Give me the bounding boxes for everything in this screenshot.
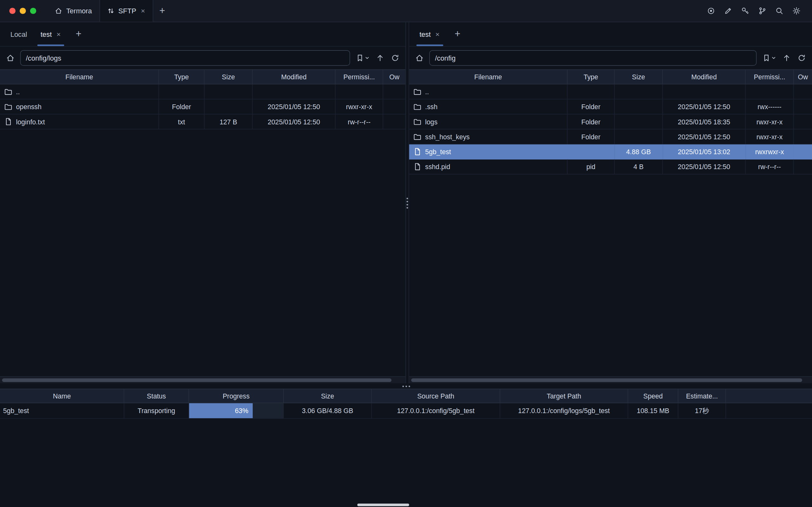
edit-button[interactable] — [724, 7, 732, 15]
column-header-estimate[interactable]: Estimate... — [679, 389, 726, 403]
chevron-down-icon — [772, 56, 776, 60]
column-header-owner[interactable]: Ow — [383, 69, 405, 84]
cell-transfer-speed: 108.15 MB — [628, 403, 679, 419]
right-path-input[interactable] — [429, 50, 756, 66]
column-header-size[interactable]: Size — [284, 389, 372, 403]
right-tab-test[interactable]: test × — [415, 22, 444, 46]
settings-button[interactable] — [792, 7, 801, 15]
column-header-filename[interactable]: Filename — [0, 69, 159, 84]
new-window-tab-button[interactable]: + — [153, 0, 171, 22]
column-header-modified[interactable]: Modified — [253, 69, 335, 84]
column-header-target-path[interactable]: Target Path — [500, 389, 628, 403]
column-header-size[interactable]: Size — [614, 69, 663, 84]
cell-modified: 2025/01/05 12:50 — [253, 115, 335, 129]
minimize-window-button[interactable] — [20, 8, 26, 14]
file-row-selected[interactable]: 5gb_test 4.88 GB 2025/01/05 13:02 rwxrwx… — [409, 145, 812, 159]
left-bookmark-button[interactable] — [355, 53, 370, 63]
branch-button[interactable] — [758, 7, 766, 15]
column-header-name[interactable]: Name — [0, 389, 124, 403]
tab-sftp-close-icon[interactable]: × — [140, 7, 146, 15]
splitter-grip-dot — [407, 198, 408, 199]
transfers-splitter[interactable] — [0, 384, 812, 389]
titlebar: Termora SFTP × + — [0, 0, 812, 22]
search-button[interactable] — [775, 7, 783, 15]
pane-splitter[interactable] — [405, 22, 409, 384]
cell-permissions: rwxrwxr-x — [746, 145, 794, 159]
column-header-permissions[interactable]: Permissi... — [335, 69, 383, 84]
cell-size: 4 B — [614, 159, 663, 174]
transfer-arrows-icon — [107, 7, 114, 15]
right-horizontal-scrollbar[interactable] — [409, 376, 812, 384]
right-bookmark-button[interactable] — [761, 53, 777, 63]
file-row[interactable]: .. — [0, 84, 405, 99]
refresh-icon — [391, 54, 399, 62]
right-refresh-button[interactable] — [797, 53, 807, 63]
column-header-modified[interactable]: Modified — [663, 69, 746, 84]
left-path-bar — [0, 47, 405, 69]
left-up-directory-button[interactable] — [375, 53, 385, 63]
tab-termora[interactable]: Termora — [48, 0, 99, 22]
left-tab-local[interactable]: Local — [6, 22, 32, 46]
key-manager-button[interactable] — [741, 7, 750, 15]
file-row[interactable]: .. — [409, 84, 812, 99]
folder-icon — [413, 88, 422, 96]
left-new-tab-button[interactable]: + — [70, 22, 87, 46]
file-icon — [4, 117, 12, 126]
right-up-directory-button[interactable] — [781, 53, 792, 63]
cell-transfer-estimate: 17秒 — [679, 403, 726, 419]
transfer-row[interactable]: 5gb_test Transporting 63% 3.06 GB/4.88 G… — [0, 403, 812, 419]
right-new-tab-button[interactable]: + — [449, 22, 466, 46]
right-pane-empty-area — [409, 174, 812, 376]
file-row[interactable]: logs Folder 2025/01/05 18:35 rwxr-xr-x — [409, 115, 812, 129]
cell-filename: .ssh — [409, 99, 567, 114]
arrow-up-icon — [782, 54, 791, 62]
transfers-table-header: Name Status Progress Size Source Path Ta… — [0, 389, 812, 403]
column-header-permissions[interactable]: Permissi... — [746, 69, 794, 84]
file-row[interactable]: openssh Folder 2025/01/05 12:50 rwxr-xr-… — [0, 99, 405, 114]
tab-sftp[interactable]: SFTP × — [99, 0, 153, 22]
cell-type — [567, 145, 614, 159]
cell-modified: 2025/01/05 13:02 — [663, 145, 746, 159]
left-tab-test[interactable]: test × — [37, 22, 65, 46]
home-icon — [415, 54, 424, 62]
splitter-grip-dot — [402, 386, 404, 387]
column-header-progress[interactable]: Progress — [189, 389, 284, 403]
column-header-type[interactable]: Type — [159, 69, 205, 84]
column-header-owner[interactable]: Ow — [794, 69, 812, 84]
column-header-speed[interactable]: Speed — [628, 389, 679, 403]
file-row[interactable]: loginfo.txt txt 127 B 2025/01/05 12:50 r… — [0, 115, 405, 129]
left-refresh-button[interactable] — [390, 53, 400, 63]
left-tab-test-close-icon[interactable]: × — [56, 31, 61, 38]
right-home-button[interactable] — [414, 53, 425, 63]
cell-transfer-size: 3.06 GB/4.88 GB — [284, 403, 372, 419]
cell-owner — [383, 99, 405, 114]
column-header-status[interactable]: Status — [124, 389, 189, 403]
bottom-scrollbar-thumb[interactable] — [358, 504, 409, 506]
column-header-filename[interactable]: Filename — [409, 69, 567, 84]
close-window-button[interactable] — [9, 8, 15, 14]
left-home-button[interactable] — [5, 53, 15, 63]
right-tab-test-close-icon[interactable]: × — [435, 31, 440, 38]
column-header-size[interactable]: Size — [205, 69, 253, 84]
file-row[interactable]: ssh_host_keys Folder 2025/01/05 12:50 rw… — [409, 129, 812, 145]
cell-transfer-source: 127.0.0.1:/config/5gb_test — [372, 403, 500, 419]
cell-modified: 2025/01/05 12:50 — [253, 99, 335, 114]
cell-owner — [794, 115, 812, 129]
record-button[interactable] — [707, 7, 715, 15]
column-header-source-path[interactable]: Source Path — [372, 389, 500, 403]
file-row[interactable]: .ssh Folder 2025/01/05 12:50 rwx------ — [409, 99, 812, 114]
progress-bar-fill: 63% — [189, 403, 252, 418]
zoom-window-button[interactable] — [30, 8, 37, 14]
cell-type: Folder — [567, 115, 614, 129]
cell-owner — [794, 145, 812, 159]
scrollbar-thumb[interactable] — [2, 379, 391, 382]
left-pane-empty-area — [0, 129, 405, 376]
left-pane: Local test × + Filename — [0, 22, 405, 384]
refresh-icon — [797, 54, 806, 62]
left-horizontal-scrollbar[interactable] — [0, 376, 405, 384]
file-row[interactable]: sshd.pid pid 4 B 2025/01/05 12:50 rw-r--… — [409, 159, 812, 174]
scrollbar-thumb[interactable] — [411, 379, 802, 382]
column-header-type[interactable]: Type — [567, 69, 614, 84]
left-path-input[interactable] — [20, 50, 350, 66]
cell-type: Folder — [567, 129, 614, 145]
